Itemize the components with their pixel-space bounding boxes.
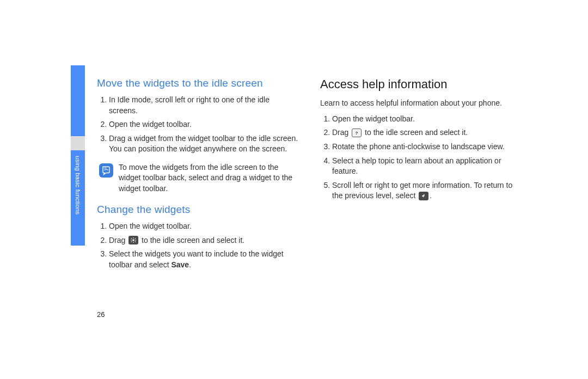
left-column: Move the widgets to the idle screen In I… — [97, 77, 298, 278]
change-widgets-steps: Open the widget toolbar. Drag to the idl… — [97, 221, 298, 270]
step-text: In Idle mode, scroll left or right to on… — [109, 95, 298, 116]
right-column: Access help information Learn to access … — [320, 77, 522, 278]
text-fragment: Select the widgets you want to include t… — [109, 249, 284, 269]
manual-page: using basic functions Move the widgets t… — [0, 0, 588, 379]
heading-access-help: Access help information — [320, 77, 522, 91]
svg-text:?: ? — [356, 130, 358, 135]
svg-rect-2 — [133, 242, 134, 243]
step-text: Select the widgets you want to include t… — [109, 249, 298, 270]
question-icon: ? — [352, 129, 362, 137]
bold-save: Save — [171, 260, 189, 269]
svg-point-0 — [132, 239, 134, 241]
side-tab-label: using basic functions — [75, 156, 81, 215]
text-fragment: to the idle screen and select it. — [139, 236, 244, 244]
svg-rect-5 — [131, 238, 132, 239]
svg-rect-6 — [135, 238, 136, 239]
text-fragment: to the idle screen and select it. — [363, 128, 468, 137]
gear-icon — [128, 236, 138, 244]
heading-move-widgets: Move the widgets to the idle screen — [97, 77, 298, 89]
side-tab-blue-bottom: using basic functions — [71, 150, 85, 246]
text-fragment: Drag — [332, 128, 351, 137]
side-tab-grey — [71, 136, 85, 150]
return-icon — [419, 192, 428, 200]
note-text: To move the widgets from the idle screen… — [119, 162, 298, 194]
text-fragment: . — [189, 260, 191, 269]
svg-rect-4 — [135, 240, 136, 240]
step-text: Open the widget toolbar. — [109, 221, 298, 232]
text-fragment: . — [430, 191, 432, 200]
step-text: Select a help topic to learn about an ap… — [332, 156, 522, 177]
step-text: Open the widget toolbar. — [332, 114, 522, 125]
side-tab-blue-top — [71, 65, 85, 136]
step-text: Drag a widget from the widget toolbar to… — [109, 133, 298, 155]
svg-rect-7 — [131, 241, 132, 242]
step-text: Rotate the phone anti-clockwise to lands… — [332, 142, 522, 152]
svg-rect-1 — [133, 237, 134, 239]
text-fragment: Drag — [109, 236, 127, 244]
svg-rect-8 — [135, 241, 136, 242]
page-number: 26 — [97, 310, 105, 319]
move-widgets-steps: In Idle mode, scroll left or right to on… — [97, 95, 298, 155]
note-icon — [99, 163, 113, 178]
side-tab: using basic functions — [71, 65, 85, 316]
intro-para: Learn to access helpful information abou… — [320, 98, 522, 108]
step-text: Drag to the idle screen and select it. — [109, 235, 298, 246]
step-text: Open the widget toolbar. — [109, 119, 298, 130]
svg-rect-3 — [131, 240, 132, 240]
note-row: To move the widgets from the idle screen… — [99, 162, 298, 194]
step-text: Scroll left or right to get more informa… — [332, 180, 522, 201]
heading-change-widgets: Change the widgets — [97, 204, 298, 216]
content-columns: Move the widgets to the idle screen In I… — [97, 77, 527, 278]
access-help-steps: Open the widget toolbar. Drag ? to the i… — [320, 114, 522, 201]
step-text: Drag ? to the idle screen and select it. — [332, 127, 522, 138]
